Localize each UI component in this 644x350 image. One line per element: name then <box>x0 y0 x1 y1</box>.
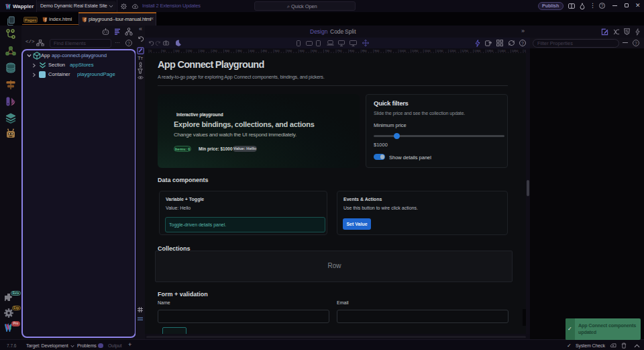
svg-text:100: 100 <box>175 49 180 52</box>
svg-text:1050: 1050 <box>412 49 419 52</box>
svg-text:1150: 1150 <box>437 49 443 52</box>
svg-text:1000: 1000 <box>400 49 407 52</box>
svg-text:1400: 1400 <box>499 49 506 52</box>
svg-text:1350: 1350 <box>487 49 494 52</box>
svg-text:50: 50 <box>162 49 166 52</box>
svg-text:650: 650 <box>312 49 317 52</box>
svg-text:600: 600 <box>300 49 305 52</box>
svg-text:800: 800 <box>350 49 355 52</box>
svg-text:350: 350 <box>237 49 243 52</box>
svg-text:750: 750 <box>337 49 343 52</box>
svg-text:850: 850 <box>362 49 368 52</box>
svg-text:450: 450 <box>262 49 268 52</box>
svg-text:1500: 1500 <box>525 49 527 52</box>
svg-text:1450: 1450 <box>512 49 519 52</box>
svg-text:300: 300 <box>225 49 230 52</box>
svg-text:150: 150 <box>187 49 193 52</box>
svg-text:950: 950 <box>387 49 392 52</box>
svg-text:550: 550 <box>287 49 292 52</box>
svg-text:700: 700 <box>325 49 330 52</box>
svg-text:400: 400 <box>250 49 255 52</box>
svg-text:500: 500 <box>275 49 280 52</box>
svg-text:1100: 1100 <box>425 49 431 52</box>
svg-text:0: 0 <box>150 49 152 52</box>
svg-text:1200: 1200 <box>449 49 456 52</box>
svg-text:1250: 1250 <box>462 49 469 52</box>
svg-text:200: 200 <box>200 49 205 52</box>
svg-text:250: 250 <box>213 49 218 52</box>
svg-text:900: 900 <box>374 49 380 52</box>
svg-text:1300: 1300 <box>474 49 481 52</box>
